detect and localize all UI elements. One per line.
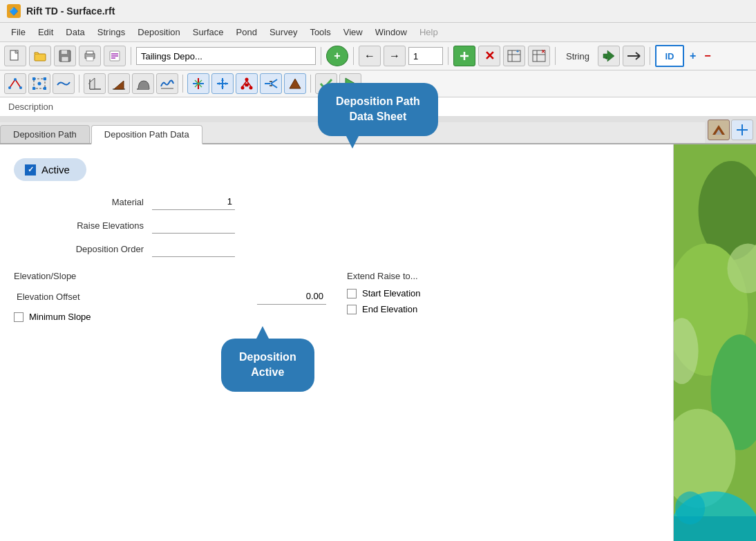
svg-point-30: [14, 78, 17, 81]
menu-window[interactable]: Window: [370, 25, 413, 39]
svg-rect-1: [35, 54, 46, 61]
right-panel: [673, 144, 756, 541]
select-tool[interactable]: [4, 73, 26, 94]
end-elevation-label: End Elevation: [362, 304, 417, 314]
end-elevation-checkbox[interactable]: [347, 305, 357, 314]
minimum-slope-checkbox[interactable]: [14, 312, 23, 322]
toolbar-1: + ← → ✕ + ✕ String + ID + −: [0, 42, 756, 70]
minimum-slope-row: Minimum Slope: [14, 312, 326, 322]
id-add-button[interactable]: +: [687, 50, 699, 62]
id-button[interactable]: ID: [655, 45, 684, 67]
elevation-offset-row: Elevation Offset: [14, 288, 326, 305]
menu-surface[interactable]: Surface: [187, 25, 229, 39]
nav-input[interactable]: [408, 47, 443, 65]
svg-rect-3: [62, 50, 67, 54]
section-row: Elevation/Slope Elevation Offset Minimum…: [14, 271, 659, 328]
svg-marker-61: [245, 84, 249, 86]
start-elevation-row: Start Elevation: [347, 288, 659, 298]
nav-back-button[interactable]: ←: [359, 46, 381, 66]
curve-tool[interactable]: [132, 73, 154, 94]
active-oval: Active: [14, 158, 86, 181]
menu-view[interactable]: View: [338, 25, 368, 39]
edit-button[interactable]: [104, 46, 126, 66]
name-input[interactable]: [136, 47, 316, 65]
menu-deposition[interactable]: Deposition: [132, 25, 185, 39]
tab-right-buttons: [705, 117, 756, 143]
window-title: Rift TD - Surface.rft: [26, 6, 115, 17]
string-add-button[interactable]: +: [598, 46, 620, 66]
end-elevation-row: End Elevation: [347, 304, 659, 314]
transform-tool[interactable]: [28, 73, 50, 94]
menu-strings[interactable]: Strings: [92, 25, 131, 39]
wave-tool[interactable]: [53, 73, 75, 94]
map-panel: [674, 144, 756, 541]
wave2-tool[interactable]: [156, 73, 178, 94]
raise-elevations-row: Raise Elevations: [14, 217, 659, 234]
string-label: String: [560, 51, 595, 61]
svg-text:+: +: [516, 50, 519, 54]
mountain-tool[interactable]: [284, 73, 306, 94]
nav-forward-button[interactable]: →: [384, 46, 406, 66]
material-row: Material: [14, 193, 659, 210]
elevation-tool[interactable]: [84, 73, 106, 94]
save-button[interactable]: [54, 46, 76, 66]
cross-tool[interactable]: [187, 73, 209, 94]
new-button[interactable]: [4, 46, 26, 66]
add-button[interactable]: [453, 46, 475, 66]
elevation-slope-section: Elevation/Slope Elevation Offset Minimum…: [14, 271, 326, 328]
mountain-view-button[interactable]: [708, 120, 730, 140]
tab-deposition-path-data[interactable]: Deposition Path Data: [91, 125, 202, 144]
branch-tool[interactable]: [236, 73, 258, 94]
title-bar: 🔷 Rift TD - Surface.rft: [0, 0, 756, 23]
active-bubble-text-2: Active: [251, 366, 284, 378]
svg-point-31: [19, 86, 22, 89]
content-panel: Active Material Raise Elevations Deposit…: [0, 144, 673, 541]
menu-pond[interactable]: Pond: [231, 25, 263, 39]
svg-point-37: [38, 82, 41, 86]
deposition-order-input[interactable]: [152, 240, 235, 257]
active-label: Active: [41, 164, 70, 175]
id-remove-button[interactable]: −: [701, 50, 713, 62]
active-bubble-text-1: Deposition: [239, 351, 296, 363]
cross-view-button[interactable]: [731, 120, 753, 140]
svg-marker-43: [114, 81, 124, 89]
string-arrow-button[interactable]: [623, 46, 645, 66]
main-layout: Active Material Raise Elevations Deposit…: [0, 144, 756, 541]
split-tool[interactable]: [260, 73, 282, 94]
svg-point-58: [249, 86, 253, 90]
active-checkbox[interactable]: [25, 164, 36, 175]
svg-marker-53: [221, 86, 224, 89]
raise-elevations-input[interactable]: [152, 217, 235, 234]
menu-survey[interactable]: Survey: [264, 25, 303, 39]
path-bubble-text-2: Data Sheet: [350, 111, 407, 122]
menu-tools[interactable]: Tools: [304, 25, 336, 39]
svg-marker-54: [217, 82, 220, 85]
start-elevation-checkbox[interactable]: [347, 289, 357, 298]
menu-file[interactable]: File: [6, 25, 31, 39]
separator-3: [353, 47, 354, 65]
material-input[interactable]: [152, 193, 235, 210]
menu-edit[interactable]: Edit: [32, 25, 59, 39]
elevation-offset-input[interactable]: [257, 288, 326, 305]
svg-point-34: [44, 77, 47, 81]
grid-add-button[interactable]: +: [503, 46, 525, 66]
slope-tool[interactable]: [108, 73, 130, 94]
deposition-order-row: Deposition Order: [14, 240, 659, 257]
svg-marker-55: [225, 82, 228, 85]
separator-2: [321, 47, 321, 65]
green-circle-button[interactable]: +: [326, 46, 348, 66]
extend-raise-title: Extend Raise to...: [347, 271, 659, 281]
print-button[interactable]: [79, 46, 101, 66]
menu-help[interactable]: Help: [414, 25, 444, 39]
tab-deposition-path[interactable]: Deposition Path: [0, 125, 90, 143]
separator-t1: [79, 75, 79, 93]
menu-data[interactable]: Data: [60, 25, 90, 39]
elevation-offset-label: Elevation Offset: [14, 292, 257, 302]
grid-remove-button[interactable]: ✕: [528, 46, 550, 66]
svg-rect-7: [86, 57, 93, 61]
separator-6: [650, 47, 650, 65]
svg-marker-67: [290, 79, 301, 88]
open-button[interactable]: [29, 46, 51, 66]
delete-button[interactable]: ✕: [478, 46, 500, 66]
arrows-tool[interactable]: [211, 73, 234, 94]
